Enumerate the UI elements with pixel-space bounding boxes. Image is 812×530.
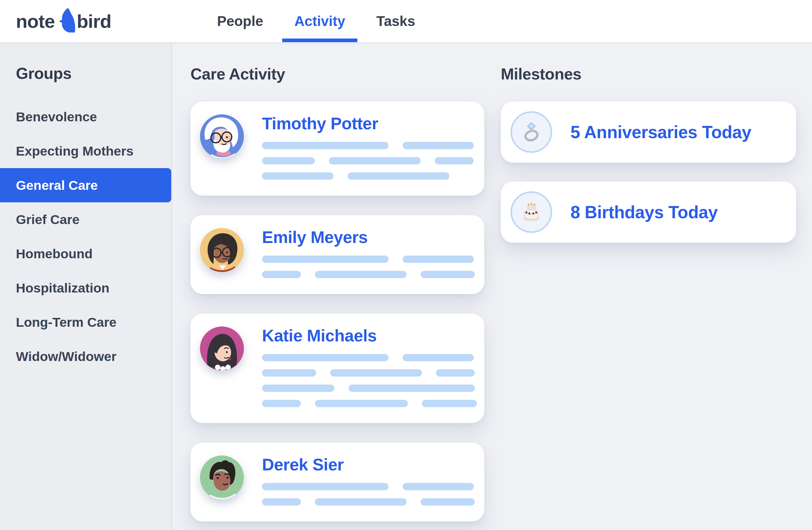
skeleton-bar xyxy=(435,157,474,164)
skeleton-bar xyxy=(315,271,407,278)
sidebar-item-expecting-mothers[interactable]: Expecting Mothers xyxy=(0,134,171,168)
skeleton-bar xyxy=(422,400,477,407)
skeleton-row xyxy=(262,271,475,278)
skeleton-bar xyxy=(403,142,474,149)
bird-icon xyxy=(56,8,76,33)
skeleton-bar xyxy=(421,498,475,505)
cake-icon xyxy=(510,191,552,233)
skeleton-bar xyxy=(262,384,334,392)
skeleton-bar xyxy=(421,271,475,278)
skeleton-row xyxy=(262,498,475,505)
skeleton-row xyxy=(262,172,474,180)
skeleton-bar xyxy=(262,483,389,490)
skeleton-bar xyxy=(315,498,407,505)
tab-tasks[interactable]: Tasks xyxy=(376,0,415,42)
skeleton-row xyxy=(262,157,474,164)
sidebar-item-grief-care[interactable]: Grief Care xyxy=(0,202,171,237)
logo-text-note: note xyxy=(16,10,55,32)
milestone-label: 5 Anniversaries Today xyxy=(570,122,751,142)
skeleton-row xyxy=(262,483,475,490)
care-card-body: Katie Michaels xyxy=(262,326,477,407)
sidebar-item-long-term-care[interactable]: Long-Term Care xyxy=(0,305,171,339)
skeleton-row xyxy=(262,384,477,392)
care-card-body: Timothy Potter xyxy=(262,114,474,180)
avatar-timothy-potter xyxy=(200,114,244,158)
skeleton-bar xyxy=(262,369,316,377)
skeleton-bar xyxy=(262,157,315,164)
notebird-logo[interactable]: note bird xyxy=(16,8,111,35)
skeleton-row xyxy=(262,400,477,407)
care-card-body: Emily Meyers xyxy=(262,228,475,278)
top-header: note bird People Activity Tasks xyxy=(0,0,812,43)
care-card-emily-meyers[interactable]: Emily Meyers xyxy=(190,215,484,294)
care-card-body: Derek Sier xyxy=(262,455,475,505)
milestones-section: Milestones 5 Anniversaries Today xyxy=(501,65,796,530)
skeleton-bar xyxy=(403,354,474,361)
skeleton-bar xyxy=(262,142,389,149)
skeleton-bar xyxy=(349,384,475,392)
skeleton-bar xyxy=(330,369,422,377)
person-name[interactable]: Emily Meyers xyxy=(262,228,475,246)
care-activity-list: Timothy Potter xyxy=(190,102,484,521)
milestones-heading: Milestones xyxy=(501,65,796,83)
skeleton-row xyxy=(262,142,474,149)
sidebar-heading: Groups xyxy=(16,64,171,83)
skeleton-row xyxy=(262,255,475,263)
groups-sidebar: Groups Benevolence Expecting Mothers Gen… xyxy=(0,43,172,530)
person-name[interactable]: Derek Sier xyxy=(262,455,475,474)
skeleton-bar xyxy=(315,400,408,407)
skeleton-bar xyxy=(262,354,389,361)
avatar-katie-michaels xyxy=(200,326,244,370)
avatar-derek-sier xyxy=(200,455,244,499)
sidebar-item-general-care[interactable]: General Care xyxy=(0,168,171,202)
sidebar-item-benevolence[interactable]: Benevolence xyxy=(0,100,171,134)
milestone-label: 8 Birthdays Today xyxy=(570,202,717,222)
skeleton-bar xyxy=(262,255,389,263)
skeleton-bar xyxy=(262,498,301,505)
skeleton-bar xyxy=(348,172,449,180)
tab-activity[interactable]: Activity xyxy=(294,0,345,42)
skeleton-bar xyxy=(262,271,301,278)
person-name[interactable]: Katie Michaels xyxy=(262,326,477,345)
skeleton-bar xyxy=(262,400,301,407)
ring-icon xyxy=(510,111,552,153)
sidebar-item-hospitalization[interactable]: Hospitalization xyxy=(0,271,171,305)
sidebar-item-widow-widower[interactable]: Widow/Widower xyxy=(0,339,171,373)
person-name[interactable]: Timothy Potter xyxy=(262,114,474,133)
skeleton-bar xyxy=(403,483,474,490)
main-nav: People Activity Tasks xyxy=(217,0,415,42)
skeleton-bar xyxy=(436,369,475,377)
group-list: Benevolence Expecting Mothers General Ca… xyxy=(0,100,171,373)
care-card-timothy-potter[interactable]: Timothy Potter xyxy=(190,102,484,196)
care-card-derek-sier[interactable]: Derek Sier xyxy=(190,443,484,521)
milestone-card-birthdays[interactable]: 8 Birthdays Today xyxy=(501,181,796,243)
skeleton-bar xyxy=(403,255,474,263)
logo-text-bird: bird xyxy=(77,10,111,32)
care-card-katie-michaels[interactable]: Katie Michaels xyxy=(190,313,484,423)
tab-people[interactable]: People xyxy=(217,0,263,42)
milestone-card-anniversaries[interactable]: 5 Anniversaries Today xyxy=(501,102,796,163)
skeleton-row xyxy=(262,369,477,377)
main-content: Care Activity xyxy=(173,43,812,530)
sidebar-item-homebound[interactable]: Homebound xyxy=(0,237,171,271)
skeleton-row xyxy=(262,354,477,361)
care-activity-section: Care Activity xyxy=(190,65,484,530)
skeleton-bar xyxy=(262,172,334,180)
notebird-app: note bird People Activity Tasks Groups B… xyxy=(0,0,812,530)
avatar-emily-meyers xyxy=(200,228,244,272)
skeleton-bar xyxy=(329,157,421,164)
care-activity-heading: Care Activity xyxy=(190,65,484,83)
